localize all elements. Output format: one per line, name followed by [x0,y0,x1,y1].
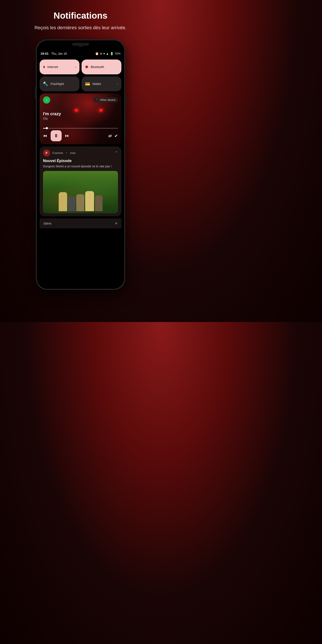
spotify-icon: ♪ [46,98,48,102]
internet-tile[interactable]: ♦ Internet › [40,60,80,74]
music-top-row: ♪ 📱 Other device [43,96,118,104]
song-title: I'm crazy [43,112,118,116]
previous-button[interactable]: ⏮ [43,133,47,138]
status-date: Thu, Jan 18 [51,52,67,55]
power-button [125,95,126,110]
notch-bar [37,40,124,50]
other-device-label: Other device [100,98,116,102]
char-2 [68,196,76,211]
music-overlay: ♪ 📱 Other device I'm crazy Clq [40,94,122,144]
quick-tiles-row-2: 🔦 Flashlight 💳 Wallet › [40,76,122,91]
wallet-tile-icon: 💳 [85,81,90,86]
music-player-card[interactable]: ♪ 📱 Other device I'm crazy Clq [40,94,122,144]
app-initial: F [46,151,48,155]
spotify-logo: ♪ [43,96,50,104]
char-3 [76,194,84,211]
checkmark-button[interactable]: ✔ [114,133,118,138]
alarm-icon: ⏰ [95,52,99,55]
char-5 [95,195,102,211]
music-buttons-row: ⏮ ⏸ ⏭ ⇄ ✔ [43,130,118,141]
internet-label: Internet [47,65,58,69]
silent-label: Silent [44,222,52,225]
app-icon: F [43,149,50,156]
flashlight-label: Flashlight [50,82,64,86]
dot-separator: • [66,152,67,154]
music-progress-bar[interactable] [43,128,118,128]
wallet-label: Wallet [92,82,101,86]
device-icon: 📱 [95,98,98,102]
bluetooth-tile[interactable]: ✱ Bluetooth [82,60,122,74]
battery-icon: 🔋 [110,52,114,55]
wifi-tile-icon: ♦ [43,64,45,69]
pause-icon: ⏸ [54,133,58,138]
collapse-button[interactable]: ⌃ [115,150,118,155]
app-info: F Franime • now [43,149,76,156]
anime-characters [43,175,118,211]
bluetooth-tile-icon: ✱ [85,64,88,70]
phone-frame: 19:01 Thu, Jan 18 ⏰ ⊖ ▾ ▲ 🔋 52% ♦ [36,40,125,290]
wifi-icon: ▾ [104,52,105,55]
notification-body: Dungeon Meshi a un nouvel épisode ne le … [43,164,118,169]
notification-image [43,171,118,213]
franime-notification[interactable]: F Franime • now ⌃ Nouvel Épisode Dungeon… [40,146,122,216]
wallet-chevron-icon: › [117,82,118,86]
quick-tiles-row-1: ♦ Internet › ✱ Bluetooth [40,60,122,74]
status-time: 19:01 [40,52,48,55]
flashlight-tile[interactable]: 🔦 Flashlight [40,76,80,91]
shuffle-button[interactable]: ⇄ [108,133,112,138]
internet-chevron-icon: › [75,65,76,69]
signal-icon: ▲ [106,52,109,55]
bluetooth-label: Bluetooth [91,65,104,69]
notch-pill [72,43,89,46]
silent-bar: Silent ✕ [40,218,122,228]
right-controls: ⇄ ✔ [108,133,118,138]
notification-title: Nouvel Épisode [43,159,118,163]
notification-panel: ♦ Internet › ✱ Bluetooth 🔦 Flashlight [37,58,124,289]
progress-track [43,128,118,128]
wallet-tile[interactable]: 💳 Wallet › [82,76,122,91]
phone-screen: 19:01 Thu, Jan 18 ⏰ ⊖ ▾ ▲ 🔋 52% ♦ [37,40,124,289]
volume-down-button [125,116,126,137]
music-info: I'm crazy Clq [43,112,118,120]
left-controls: ⏮ ⏸ ⏭ [43,130,69,141]
page-title: Notifications [34,10,126,21]
dnd-icon: ⊖ [100,52,102,55]
char-4 [85,191,94,211]
status-icons: ⏰ ⊖ ▾ ▲ 🔋 52% [95,52,120,55]
play-pause-button[interactable]: ⏸ [51,130,62,141]
page-subtitle: Reçois les dernières sorties dès leur ar… [34,24,126,31]
header-section: Notifications Reçois les dernières sorti… [22,0,139,38]
app-name: Franime [52,151,63,155]
music-controls: ⏮ ⏸ ⏭ ⇄ ✔ [43,128,118,141]
status-bar: 19:01 Thu, Jan 18 ⏰ ⊖ ▾ ▲ 🔋 52% [37,50,124,58]
battery-percent: 52% [115,52,120,55]
phone-mockup: 19:01 Thu, Jan 18 ⏰ ⊖ ▾ ▲ 🔋 52% ♦ [36,40,125,290]
next-button[interactable]: ⏭ [65,133,69,138]
notification-header: F Franime • now ⌃ [43,149,118,156]
progress-thumb [46,127,48,129]
silent-close-button[interactable]: ✕ [115,222,118,226]
flashlight-tile-icon: 🔦 [43,81,48,86]
notification-time: now [70,151,76,155]
other-device-badge[interactable]: 📱 Other device [93,97,118,102]
artist-name: Clq [43,117,118,120]
char-1 [59,192,67,211]
